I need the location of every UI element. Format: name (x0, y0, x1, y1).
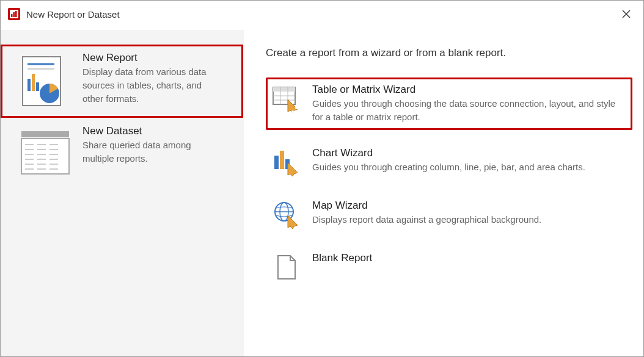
dialog-window: New Report or Dataset (0, 0, 644, 357)
option-map-wizard[interactable]: Map Wizard Displays report data against … (266, 193, 632, 235)
close-icon (622, 10, 631, 18)
svg-point-42 (295, 107, 298, 109)
svg-rect-13 (36, 82, 39, 91)
sidebar-item-desc: Display data from various data sources i… (82, 65, 217, 105)
option-desc: Guides you through creating column, line… (312, 160, 585, 174)
dialog-body: New Report Display data from various dat… (1, 30, 643, 356)
window-title: New Report or Dataset (26, 9, 120, 20)
sidebar-item-title: New Report (82, 52, 217, 64)
new-dataset-icon (19, 129, 71, 181)
sidebar: New Report Display data from various dat… (1, 30, 244, 356)
svg-rect-2 (11, 14, 13, 17)
svg-marker-47 (288, 163, 298, 176)
chart-wizard-icon (272, 148, 300, 176)
svg-rect-3 (13, 12, 15, 17)
close-button[interactable] (617, 4, 636, 24)
svg-rect-12 (32, 74, 35, 91)
option-table-matrix-wizard[interactable]: Table or Matrix Wizard Guides you throug… (266, 78, 632, 130)
option-text: Chart Wizard Guides you through creating… (312, 147, 585, 176)
options-list: Table or Matrix Wizard Guides you throug… (266, 78, 632, 287)
report-builder-app-icon (8, 8, 20, 20)
svg-rect-36 (273, 87, 295, 92)
sidebar-item-text: New Report Display data from various dat… (82, 53, 217, 108)
option-title: Chart Wizard (312, 147, 585, 159)
map-wizard-icon (272, 201, 300, 229)
option-desc: Displays report data against a geographi… (312, 213, 541, 226)
option-text: Map Wizard Displays report data against … (312, 200, 541, 229)
svg-rect-45 (280, 151, 284, 169)
sidebar-item-desc: Share queried data among multiple report… (82, 139, 217, 165)
new-report-icon (19, 56, 71, 108)
option-title: Map Wizard (312, 200, 541, 212)
sidebar-item-new-dataset[interactable]: New Dataset Share queried data among mul… (1, 118, 243, 191)
sidebar-item-text: New Dataset Share queried data among mul… (82, 126, 217, 181)
svg-marker-51 (288, 215, 298, 229)
svg-rect-15 (21, 131, 69, 137)
svg-rect-4 (15, 11, 17, 17)
option-title: Table or Matrix Wizard (312, 84, 625, 96)
option-text: Blank Report (312, 252, 372, 281)
main-heading: Create a report from a wizard or from a … (266, 47, 632, 59)
option-title: Blank Report (312, 252, 372, 264)
sidebar-item-title: New Dataset (82, 125, 217, 137)
option-desc: Guides you through choosing the data sou… (312, 97, 625, 124)
main-panel: Create a report from a wizard or from a … (244, 30, 643, 356)
svg-rect-11 (27, 79, 31, 91)
option-text: Table or Matrix Wizard Guides you throug… (312, 84, 625, 124)
titlebar: New Report or Dataset (1, 1, 643, 30)
table-matrix-wizard-icon (272, 85, 300, 113)
svg-rect-44 (274, 156, 279, 169)
svg-point-43 (291, 110, 294, 113)
svg-marker-8 (60, 57, 68, 67)
blank-report-icon (272, 253, 300, 281)
sidebar-item-new-report[interactable]: New Report Display data from various dat… (1, 45, 243, 118)
option-blank-report[interactable]: Blank Report (266, 246, 632, 287)
option-chart-wizard[interactable]: Chart Wizard Guides you through creating… (266, 141, 632, 182)
